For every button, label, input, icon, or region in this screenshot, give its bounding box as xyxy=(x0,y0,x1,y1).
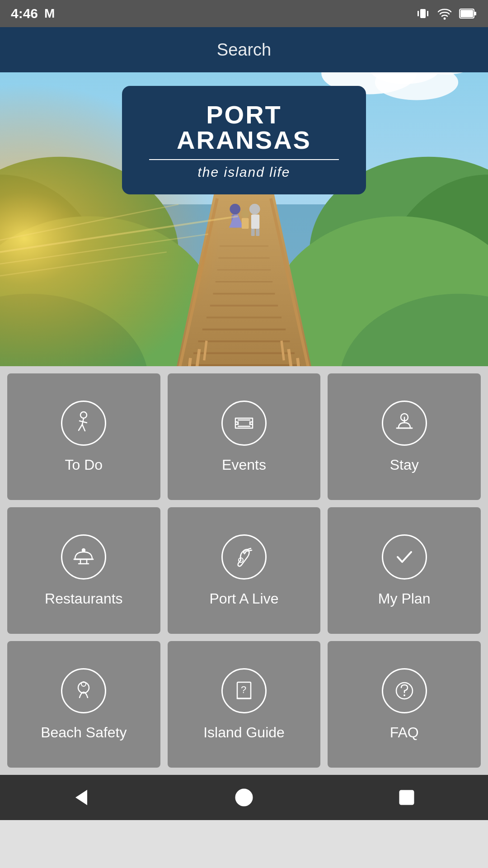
vibrate-icon xyxy=(416,6,430,21)
search-bar[interactable] xyxy=(0,27,488,72)
question-circle-icon xyxy=(391,678,418,704)
restaurant-icon xyxy=(70,544,97,570)
ticket-icon xyxy=(231,410,257,436)
home-icon xyxy=(233,786,255,809)
grid-item-my-plan[interactable]: My Plan xyxy=(328,507,481,634)
grid-item-events[interactable]: Events xyxy=(168,373,321,500)
grid-section: To Do Events Sta xyxy=(0,366,488,775)
events-icon-circle xyxy=(221,401,267,446)
stay-label: Stay xyxy=(390,457,419,473)
svg-line-73 xyxy=(82,425,85,431)
logo-divider xyxy=(149,159,339,160)
svg-marker-99 xyxy=(75,790,87,805)
svg-point-98 xyxy=(404,694,405,696)
svg-rect-1 xyxy=(418,11,419,16)
svg-point-86 xyxy=(82,549,85,552)
book-question-icon: ? xyxy=(231,678,257,704)
my-plan-icon-circle xyxy=(382,534,427,580)
port-a-live-label: Port A Live xyxy=(210,590,279,607)
beach-safety-icon-circle xyxy=(61,668,106,713)
svg-text:?: ? xyxy=(241,684,246,695)
island-guide-label: Island Guide xyxy=(203,724,285,741)
home-button[interactable] xyxy=(226,779,262,816)
svg-rect-5 xyxy=(474,12,476,15)
hero-section: PORT ARANSAS the island life xyxy=(0,72,488,366)
logo-title: PORT ARANSAS xyxy=(149,102,339,153)
faq-label: FAQ xyxy=(390,724,419,741)
svg-rect-0 xyxy=(420,9,426,18)
to-do-label: To Do xyxy=(65,457,103,473)
port-a-live-icon-circle xyxy=(221,534,267,580)
svg-point-101 xyxy=(240,794,248,801)
grid-item-restaurants[interactable]: Restaurants xyxy=(7,507,160,634)
logo-subtitle: the island life xyxy=(149,165,339,180)
to-do-icon-circle xyxy=(61,401,106,446)
wifi-icon xyxy=(436,6,453,21)
svg-point-70 xyxy=(80,412,87,418)
grid-item-port-a-live[interactable]: Port A Live xyxy=(168,507,321,634)
battery-icon xyxy=(459,7,477,20)
events-label: Events xyxy=(222,457,266,473)
back-button[interactable] xyxy=(63,779,99,816)
logo-overlay: PORT ARANSAS the island life xyxy=(122,86,366,194)
grid-item-beach-safety[interactable]: Beach Safety xyxy=(7,641,160,768)
recent-icon xyxy=(395,786,418,809)
svg-line-91 xyxy=(244,551,246,554)
grid-item-island-guide[interactable]: ? Island Guide xyxy=(168,641,321,768)
stay-icon-circle xyxy=(382,401,427,446)
grid-item-faq[interactable]: FAQ xyxy=(328,641,481,768)
svg-line-72 xyxy=(79,425,82,430)
search-input[interactable] xyxy=(14,33,473,66)
restaurants-label: Restaurants xyxy=(45,590,123,607)
island-guide-icon-circle: ? xyxy=(221,668,267,713)
my-plan-label: My Plan xyxy=(378,590,431,607)
guitar-icon xyxy=(231,544,257,570)
checkmark-icon xyxy=(391,544,418,570)
recent-button[interactable] xyxy=(389,779,425,816)
hotel-icon xyxy=(391,410,418,436)
svg-rect-102 xyxy=(400,791,413,804)
person-walking-icon xyxy=(70,410,97,436)
status-bar: 4:46 M xyxy=(0,0,488,27)
time-display: 4:46 xyxy=(11,6,38,21)
svg-rect-2 xyxy=(427,11,428,16)
svg-point-3 xyxy=(444,18,446,20)
grid-item-stay[interactable]: Stay xyxy=(328,373,481,500)
beach-safety-label: Beach Safety xyxy=(41,724,127,741)
beach-icon xyxy=(70,678,97,704)
gmail-icon: M xyxy=(44,6,55,21)
svg-point-92 xyxy=(78,682,89,693)
grid-item-to-do[interactable]: To Do xyxy=(7,373,160,500)
bottom-nav xyxy=(0,775,488,820)
faq-icon-circle xyxy=(382,668,427,713)
restaurants-icon-circle xyxy=(61,534,106,580)
svg-rect-6 xyxy=(460,10,473,17)
back-icon xyxy=(70,786,93,809)
